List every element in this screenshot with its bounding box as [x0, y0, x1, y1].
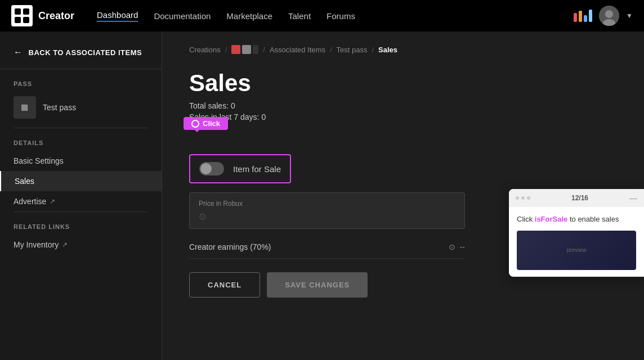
breadcrumb: Creations / / Associated Items / Test pa… — [189, 32, 617, 63]
basic-settings-label: Basic Settings — [14, 156, 64, 165]
earnings-label: Creator earnings (70%) — [189, 242, 271, 251]
price-value: ⊙ — [199, 211, 455, 222]
dot-3 — [527, 196, 530, 200]
advertise-label: Advertise — [14, 197, 46, 206]
logo[interactable]: Creator — [11, 5, 74, 26]
back-to-associated-items[interactable]: ← BACK TO ASSOCIATED ITEMS — [0, 32, 162, 69]
main-content: Creations / / Associated Items / Test pa… — [162, 32, 644, 360]
svg-rect-3 — [23, 17, 29, 23]
cancel-button[interactable]: CANCEL — [189, 272, 260, 298]
breadcrumb-sep-4: / — [372, 46, 374, 54]
thumb-inner: preview — [517, 231, 636, 270]
breadcrumb-creations[interactable]: Creations — [189, 46, 221, 54]
breadcrumb-sep-3: / — [330, 46, 332, 54]
inventory-external-icon: ↗ — [62, 241, 68, 249]
toggle-knob — [200, 163, 212, 174]
sidebar-item-advertise[interactable]: Advertise ↗ — [0, 191, 162, 212]
icon-sq-3 — [253, 45, 258, 54]
earnings-icon: ⊙ — [449, 242, 455, 251]
click-dot-icon — [191, 120, 199, 128]
fp-text-post: to enable sales — [567, 215, 619, 223]
breadcrumb-game-icon — [231, 45, 258, 54]
is-for-sale-toggle[interactable] — [199, 162, 224, 176]
advertise-label-row: Advertise ↗ — [14, 197, 148, 206]
page-layout: ← BACK TO ASSOCIATED ITEMS PASS ⏹ Test p… — [0, 32, 644, 360]
robux-icon: ⊙ — [199, 211, 206, 222]
nav-documentation[interactable]: Documentation — [154, 11, 211, 21]
avatar[interactable] — [599, 6, 619, 26]
earnings-amount: -- — [460, 242, 465, 251]
click-tooltip-text: Click — [203, 119, 220, 128]
tutorial-text: Click isForSale to enable sales — [517, 214, 636, 225]
toggle-section: Click Item for Sale — [189, 133, 291, 183]
sidebar-item-inventory[interactable]: My Inventory ↗ — [0, 235, 162, 255]
logo-text: Creator — [38, 10, 74, 22]
tutorial-panel-body: Click isForSale to enable sales preview — [509, 207, 644, 277]
breadcrumb-test-pass[interactable]: Test pass — [337, 46, 368, 54]
icon-sq-1 — [231, 45, 240, 54]
nav-talent[interactable]: Talent — [288, 11, 311, 21]
breadcrumb-current: Sales — [378, 46, 397, 54]
nav-links: Dashboard Documentation Marketplace Tale… — [97, 10, 355, 22]
toggle-label: Item for Sale — [233, 164, 281, 174]
last7-sales-stat: Sales in last 7 days: 0 — [189, 112, 617, 122]
inventory-label-row: My Inventory ↗ — [14, 240, 148, 249]
color-bars — [574, 10, 592, 22]
breadcrumb-sep-1: / — [225, 46, 227, 54]
dot-2 — [521, 196, 525, 200]
fp-highlight: isForSale — [535, 215, 568, 223]
nav-marketplace[interactable]: Marketplace — [226, 11, 272, 21]
earnings-value: ⊙ -- — [449, 242, 465, 251]
icon-sq-2 — [242, 45, 251, 54]
inventory-label: My Inventory — [14, 240, 59, 249]
click-tooltip: Click — [184, 117, 228, 130]
details-label: DETAILS — [0, 128, 162, 151]
logo-icon — [11, 5, 33, 26]
nav-right: ▼ — [574, 6, 633, 26]
sidebar-item-sales[interactable]: Sales — [0, 171, 162, 191]
tutorial-thumbnail: preview — [517, 231, 636, 270]
page-title: Sales — [189, 63, 617, 101]
svg-rect-2 — [15, 17, 21, 23]
fp-text-pre: Click — [517, 215, 535, 223]
thumb-placeholder: preview — [567, 247, 586, 253]
pass-item: ⏹ Test pass — [0, 92, 162, 128]
breadcrumb-sep-2: / — [263, 46, 265, 54]
svg-point-5 — [605, 10, 613, 18]
total-sales-label: Total sales: — [189, 101, 229, 110]
panel-minimize[interactable]: — — [629, 194, 637, 202]
save-changes-button[interactable]: SAVE CHANGES — [267, 272, 368, 298]
sales-label: Sales — [15, 177, 34, 186]
total-sales-value: 0 — [231, 101, 235, 110]
pass-section-label: PASS — [0, 69, 162, 92]
toggle-row: Item for Sale — [189, 154, 291, 183]
dot-1 — [516, 196, 519, 200]
sidebar: ← BACK TO ASSOCIATED ITEMS PASS ⏹ Test p… — [0, 32, 162, 360]
panel-pager: 12/16 — [571, 194, 588, 202]
related-links-label: RELATED LINKS — [0, 212, 162, 235]
earnings-row: Creator earnings (70%) ⊙ -- — [189, 236, 465, 259]
total-sales-stat: Total sales: 0 — [189, 101, 617, 110]
sidebar-item-basic-settings[interactable]: Basic Settings — [0, 151, 162, 171]
price-input-box[interactable]: Price in Robux ⊙ — [189, 192, 465, 229]
breadcrumb-associated-items[interactable]: Associated Items — [270, 46, 325, 54]
price-label: Price in Robux — [199, 200, 455, 208]
back-arrow-icon: ← — [14, 47, 23, 57]
external-link-icon: ↗ — [50, 197, 55, 205]
nav-dashboard[interactable]: Dashboard — [97, 10, 138, 22]
svg-rect-0 — [15, 8, 21, 15]
pass-name: Test pass — [43, 103, 76, 112]
avatar-dropdown-arrow[interactable]: ▼ — [626, 12, 633, 20]
nav-forums[interactable]: Forums — [327, 11, 355, 21]
tutorial-panel-header: 12/16 — — [509, 189, 644, 207]
last7-value: 0 — [261, 112, 266, 122]
top-navigation: Creator Dashboard Documentation Marketpl… — [0, 0, 644, 32]
svg-rect-1 — [23, 8, 29, 15]
back-label: BACK TO ASSOCIATED ITEMS — [29, 48, 142, 57]
panel-dots — [516, 196, 530, 200]
pass-thumbnail: ⏹ — [14, 96, 36, 119]
tutorial-panel: 12/16 — Click isForSale to enable sales … — [509, 189, 644, 277]
